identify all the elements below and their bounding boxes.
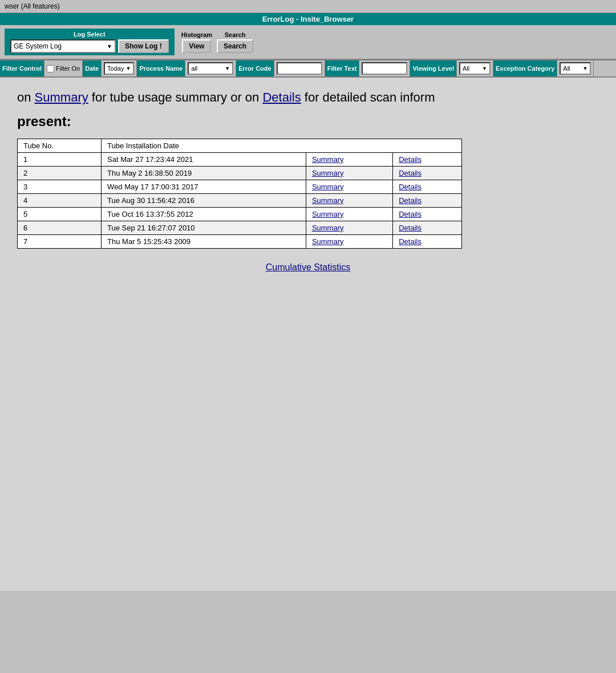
tube-summary-cell: Summary [306, 166, 392, 180]
viewing-level-value-cell: All ▼ [457, 60, 493, 76]
tube-date-cell: Sat Mar 27 17:23:44 2021 [102, 152, 306, 166]
exception-category-header: Exception Category [493, 60, 557, 76]
tube-date-cell: Tue Aug 30 11:56:42 2016 [102, 193, 306, 207]
tube-summary-cell: Summary [306, 234, 392, 248]
details-link[interactable]: Details [399, 210, 422, 218]
viewing-level-header: Viewing Level [410, 60, 457, 76]
table-row: 7Thu Mar 5 15:25:43 2009SummaryDetails [18, 234, 462, 248]
app-title: ErrorLog - Insite_Browser [0, 13, 616, 25]
process-value-cell: all ▼ [185, 60, 236, 76]
exception-arrow-icon: ▼ [582, 66, 587, 71]
summary-link[interactable]: Summary [312, 237, 344, 246]
tube-details-cell: Details [393, 180, 462, 193]
table-row: 3Wed May 17 17:00:31 2017SummaryDetails [18, 180, 462, 193]
details-link[interactable]: Details [399, 183, 422, 191]
tube-summary-cell: Summary [306, 193, 392, 207]
date-header: Date [83, 60, 102, 76]
filter-on-cell: Filter On [44, 60, 83, 76]
histogram-group: Histogram View [181, 31, 212, 53]
filter-bar: Filter Control Filter On Date Today ▼ Pr… [0, 59, 616, 78]
tube-number-cell: 5 [18, 207, 102, 221]
tube-number-cell: 1 [18, 152, 102, 166]
tube-details-cell: Details [393, 166, 462, 180]
table-row: 6Tue Sep 21 16:27:07 2010SummaryDetails [18, 221, 462, 234]
tube-date-cell: Tue Sep 21 16:27:07 2010 [102, 221, 306, 234]
table-row: 4Tue Aug 30 11:56:42 2016SummaryDetails [18, 193, 462, 207]
exception-category-select[interactable]: All ▼ [560, 62, 591, 75]
tube-number-cell: 6 [18, 221, 102, 234]
date-value-cell: Today ▼ [102, 60, 137, 76]
browser-title: wser (All features) [0, 0, 616, 13]
tube-summary-cell: Summary [306, 180, 392, 193]
table-row: 2Thu May 2 16:38:50 2019SummaryDetails [18, 166, 462, 180]
details-link[interactable]: Details [399, 224, 422, 232]
tube-details-cell: Details [393, 234, 462, 248]
process-select[interactable]: all ▼ [188, 62, 233, 75]
log-select-row: GE System Log ▼ Show Log ! [10, 39, 169, 53]
table-row: 5Tue Oct 16 13:37:55 2012SummaryDetails [18, 207, 462, 221]
show-log-button[interactable]: Show Log ! [118, 39, 169, 53]
histogram-view-button[interactable]: View [182, 39, 211, 53]
intro-text: on Summary for tube usage summary or on … [17, 89, 599, 107]
cumulative-statistics-link[interactable]: Cumulative Statistics [17, 262, 599, 273]
filter-text-header: Filter Text [325, 60, 360, 76]
process-name-header: Process Name [137, 60, 185, 76]
details-link[interactable]: Details [399, 237, 422, 246]
details-link[interactable]: Details [399, 155, 422, 164]
date-arrow-icon: ▼ [125, 66, 131, 71]
tube-date-cell: Wed May 17 17:00:31 2017 [102, 180, 306, 193]
error-code-input[interactable] [277, 62, 322, 75]
log-select-group: Log Select GE System Log ▼ Show Log ! [5, 29, 175, 55]
histogram-label: Histogram [181, 31, 212, 38]
log-select-input[interactable]: GE System Log ▼ [10, 39, 116, 53]
table-row: 1Sat Mar 27 17:23:44 2021SummaryDetails [18, 152, 462, 166]
toolbar: Log Select GE System Log ▼ Show Log ! Hi… [0, 25, 616, 59]
tube-date-cell: Tue Oct 16 13:37:55 2012 [102, 207, 306, 221]
tube-summary-cell: Summary [306, 207, 392, 221]
tube-date-cell: Thu May 2 16:38:50 2019 [102, 166, 306, 180]
tube-no-header: Tube No. [18, 139, 102, 152]
process-arrow-icon: ▼ [225, 66, 230, 71]
date-select[interactable]: Today ▼ [104, 62, 134, 75]
present-label: present: [17, 113, 599, 129]
tube-summary-cell: Summary [306, 221, 392, 234]
tube-number-cell: 3 [18, 180, 102, 193]
summary-link[interactable]: Summary [312, 155, 344, 164]
summary-link[interactable]: Summary [312, 224, 344, 232]
search-button[interactable]: Search [217, 39, 253, 53]
tube-number-cell: 2 [18, 166, 102, 180]
summary-link[interactable]: Summary [312, 210, 344, 218]
tube-summary-cell: Summary [306, 152, 392, 166]
details-link[interactable]: Details [399, 196, 422, 205]
summary-intro-link[interactable]: Summary [35, 90, 88, 104]
tube-number-cell: 7 [18, 234, 102, 248]
summary-link[interactable]: Summary [312, 183, 344, 191]
tube-details-cell: Details [393, 207, 462, 221]
filter-text-input[interactable] [362, 62, 407, 75]
exception-category-value-cell: All ▼ [557, 60, 594, 76]
filter-on-label[interactable]: Filter On [47, 65, 80, 72]
search-label: Search [225, 31, 246, 38]
tube-details-cell: Details [393, 193, 462, 207]
search-group: Search Search [217, 31, 253, 53]
details-link[interactable]: Details [399, 169, 422, 177]
tube-date-header: Tube Installation Date [102, 139, 462, 152]
main-content: on Summary for tube usage summary or on … [0, 78, 616, 591]
tube-number-cell: 4 [18, 193, 102, 207]
tube-date-cell: Thu Mar 5 15:25:43 2009 [102, 234, 306, 248]
details-intro-link[interactable]: Details [262, 90, 301, 104]
viewing-level-select[interactable]: All ▼ [459, 62, 491, 75]
dropdown-arrow-icon: ▼ [107, 43, 112, 50]
tube-table: Tube No. Tube Installation Date 1Sat Mar… [17, 139, 462, 249]
filter-text-value-cell [359, 60, 410, 76]
tube-details-cell: Details [393, 152, 462, 166]
tube-details-cell: Details [393, 221, 462, 234]
error-code-value-cell [274, 60, 325, 76]
filter-on-checkbox[interactable] [47, 65, 54, 72]
summary-link[interactable]: Summary [312, 196, 344, 205]
error-code-header: Error Code [236, 60, 274, 76]
summary-link[interactable]: Summary [312, 169, 344, 177]
viewing-level-arrow-icon: ▼ [482, 66, 487, 71]
filter-control-header: Filter Control [0, 60, 44, 76]
log-select-label: Log Select [74, 31, 106, 38]
